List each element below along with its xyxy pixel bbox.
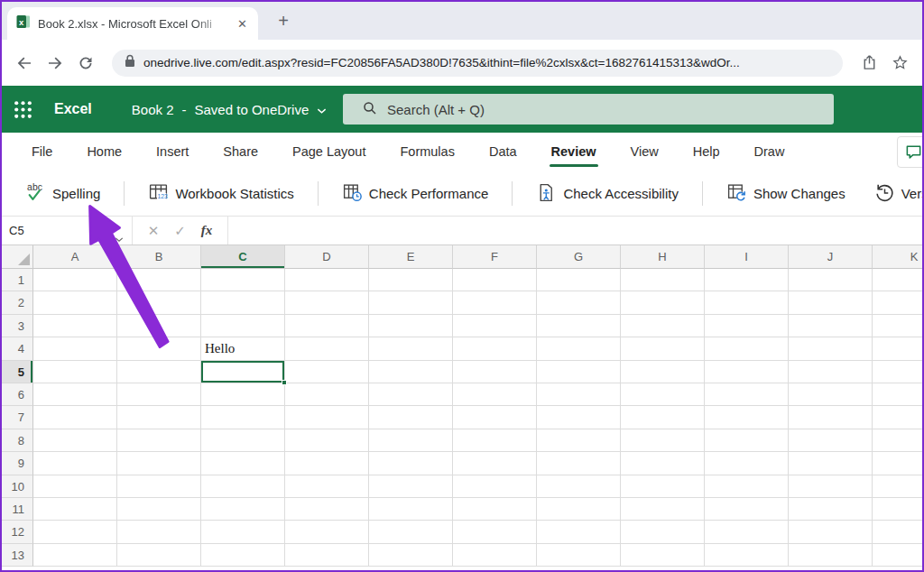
new-tab-button[interactable]: +: [273, 11, 294, 32]
row-header-6[interactable]: 6: [2, 383, 33, 406]
column-header-f[interactable]: F: [453, 245, 537, 269]
menu-review[interactable]: Review: [534, 133, 614, 171]
cell-b10[interactable]: [117, 475, 201, 498]
row-header-3[interactable]: 3: [2, 315, 33, 337]
row-header-7[interactable]: 7: [2, 406, 33, 429]
cell-a13[interactable]: [33, 544, 117, 567]
cell-c9[interactable]: [201, 452, 285, 475]
cell-d8[interactable]: [285, 429, 369, 452]
cell-i6[interactable]: [705, 383, 789, 406]
cell-k4[interactable]: [873, 337, 922, 360]
document-name[interactable]: Book 2: [132, 102, 174, 117]
cell-g8[interactable]: [537, 429, 621, 452]
menu-view[interactable]: View: [614, 133, 676, 171]
column-header-d[interactable]: D: [285, 245, 369, 269]
cell-h8[interactable]: [621, 429, 705, 452]
cell-e8[interactable]: [369, 429, 453, 452]
cell-i1[interactable]: [705, 269, 789, 291]
cell-c5[interactable]: [201, 361, 285, 383]
tab-close-icon[interactable]: ✕: [236, 17, 249, 31]
cell-d2[interactable]: [285, 291, 369, 314]
cell-i2[interactable]: [705, 291, 789, 314]
comments-button[interactable]: [897, 136, 924, 168]
cancel-icon[interactable]: ✕: [148, 223, 160, 239]
cell-e3[interactable]: [369, 315, 453, 337]
cell-j6[interactable]: [789, 383, 873, 406]
cell-c2[interactable]: [201, 291, 285, 314]
fill-handle[interactable]: [282, 380, 287, 385]
cell-j1[interactable]: [789, 269, 873, 291]
cell-d4[interactable]: [285, 337, 369, 360]
formula-input[interactable]: [228, 217, 922, 244]
address-bar[interactable]: onedrive.live.com/edit.aspx?resid=FC2085…: [112, 50, 843, 77]
cell-c12[interactable]: [201, 521, 285, 543]
cell-h3[interactable]: [621, 315, 705, 337]
cell-a1[interactable]: [33, 269, 117, 291]
cell-g11[interactable]: [537, 498, 621, 521]
cell-e10[interactable]: [369, 475, 453, 498]
cell-j7[interactable]: [789, 406, 873, 429]
cell-g4[interactable]: [537, 337, 621, 360]
cell-a11[interactable]: [33, 498, 117, 521]
cell-i9[interactable]: [705, 452, 789, 475]
row-header-10[interactable]: 10: [2, 475, 33, 498]
cell-b9[interactable]: [117, 452, 201, 475]
cell-a10[interactable]: [33, 475, 117, 498]
cell-h5[interactable]: [621, 361, 705, 383]
cell-f4[interactable]: [453, 337, 537, 360]
cell-g6[interactable]: [537, 383, 621, 406]
cell-d6[interactable]: [285, 383, 369, 406]
cell-b5[interactable]: [117, 361, 201, 383]
column-header-a[interactable]: A: [33, 245, 117, 269]
cell-k2[interactable]: [873, 291, 922, 314]
cell-c13[interactable]: [201, 544, 285, 567]
cell-i11[interactable]: [705, 498, 789, 521]
cell-j9[interactable]: [789, 452, 873, 475]
cell-b6[interactable]: [117, 383, 201, 406]
cell-g9[interactable]: [537, 452, 621, 475]
cell-i5[interactable]: [705, 361, 789, 383]
row-header-9[interactable]: 9: [2, 452, 33, 475]
cell-e13[interactable]: [369, 544, 453, 567]
cell-j11[interactable]: [789, 498, 873, 521]
chevron-down-icon[interactable]: [317, 102, 327, 117]
cell-d3[interactable]: [285, 315, 369, 337]
cell-d7[interactable]: [285, 406, 369, 429]
cell-k1[interactable]: [873, 269, 922, 291]
cell-g1[interactable]: [537, 269, 621, 291]
cell-h7[interactable]: [621, 406, 705, 429]
cell-f1[interactable]: [453, 269, 537, 291]
cell-e4[interactable]: [369, 337, 453, 360]
cell-b3[interactable]: [117, 315, 201, 337]
cell-f11[interactable]: [453, 498, 537, 521]
share-icon[interactable]: [857, 51, 881, 75]
menu-help[interactable]: Help: [676, 133, 737, 171]
cell-f12[interactable]: [453, 521, 537, 543]
cell-f10[interactable]: [453, 475, 537, 498]
cell-k9[interactable]: [873, 452, 922, 475]
reload-icon[interactable]: [74, 51, 97, 75]
cell-d5[interactable]: [285, 361, 369, 383]
cell-j4[interactable]: [789, 337, 873, 360]
menu-file[interactable]: File: [14, 133, 69, 171]
cell-c3[interactable]: [201, 315, 285, 337]
cell-c4[interactable]: Hello: [201, 337, 285, 360]
row-header-12[interactable]: 12: [2, 521, 33, 543]
cell-k10[interactable]: [873, 475, 922, 498]
cell-j8[interactable]: [789, 429, 873, 452]
app-launcher-icon[interactable]: [12, 98, 34, 121]
cell-a4[interactable]: [33, 337, 117, 360]
cell-h9[interactable]: [621, 452, 705, 475]
column-header-k[interactable]: K: [873, 245, 922, 269]
app-name[interactable]: Excel: [54, 101, 92, 117]
cell-h12[interactable]: [621, 521, 705, 543]
cell-g10[interactable]: [537, 475, 621, 498]
menu-draw[interactable]: Draw: [737, 133, 802, 171]
cell-b7[interactable]: [117, 406, 201, 429]
confirm-icon[interactable]: ✓: [174, 223, 186, 239]
cell-a3[interactable]: [33, 315, 117, 337]
cell-k5[interactable]: [873, 361, 922, 383]
cell-e7[interactable]: [369, 406, 453, 429]
cell-f2[interactable]: [453, 291, 537, 314]
cell-h10[interactable]: [621, 475, 705, 498]
